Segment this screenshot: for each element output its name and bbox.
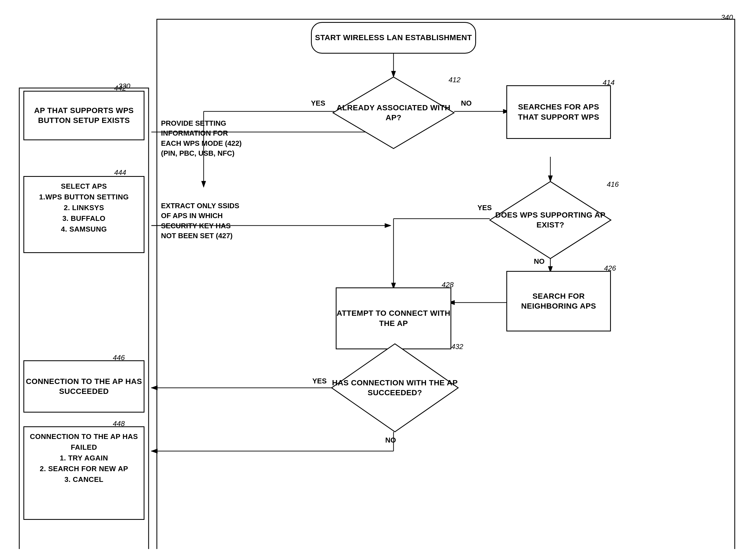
ref-426: 426	[604, 264, 616, 273]
ref-442: 442	[114, 84, 126, 93]
box-446: CONNECTION TO THE AP HAS SUCCEEDED	[23, 360, 144, 413]
box-426: SEARCH FOR NEIGHBORING APS	[506, 271, 611, 332]
ref-448: 448	[113, 419, 125, 428]
ref-414: 414	[603, 78, 615, 87]
extract-ssids-note: EXTRACT ONLY SSIDSOF APS IN WHICHSECURIT…	[161, 201, 279, 241]
diagram-container: 340 START WIRELESS LAN ESTABLISHMENT ALR…	[11, 11, 743, 549]
ref-432: 432	[451, 342, 463, 351]
label-432-yes: YES	[312, 377, 327, 385]
provide-setting-note: PROVIDE SETTINGINFORMATION FOREACH WPS M…	[161, 118, 282, 158]
label-416-no: NO	[534, 257, 545, 266]
diamond-412: ALREADY ASSOCIATED WITH AP?	[330, 74, 457, 151]
box-444: SELECT APS 1.WPS BUTTON SETTING 2. LINKS…	[23, 176, 144, 253]
ref-340: 340	[721, 13, 733, 22]
box-448: CONNECTION TO THE AP HAS FAILED 1. TRY A…	[23, 426, 144, 520]
label-432-no: NO	[385, 436, 396, 444]
label-412-no: NO	[461, 99, 472, 107]
label-416-yes: YES	[478, 203, 492, 212]
ref-416: 416	[607, 180, 619, 189]
label-412-yes: YES	[311, 99, 325, 107]
box-442: AP THAT SUPPORTS WPS BUTTON SETUP EXISTS	[23, 91, 144, 140]
diamond-432: HAS CONNECTION WITH THE AP SUCCEEDED?	[329, 341, 461, 435]
box-428: ATTEMPT TO CONNECT WITH THE AP	[336, 287, 451, 349]
ref-446: 446	[113, 354, 125, 362]
diamond-416: DOES WPS SUPPORTING AP EXIST?	[487, 179, 614, 261]
ref-428: 428	[442, 281, 453, 289]
start-node: START WIRELESS LAN ESTABLISHMENT	[311, 22, 476, 54]
ref-412: 412	[448, 76, 460, 84]
box-414: SEARCHES FOR APS THAT SUPPORT WPS	[506, 85, 611, 139]
ref-444: 444	[114, 168, 126, 177]
